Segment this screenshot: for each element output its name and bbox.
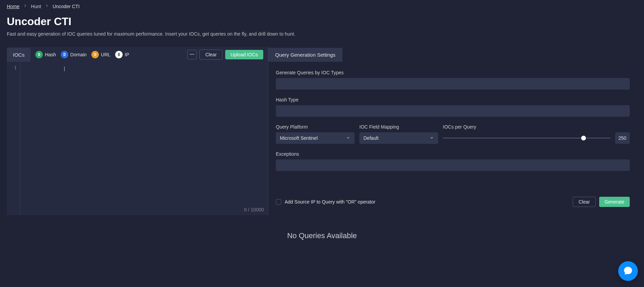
dots-horizontal-icon <box>189 52 195 58</box>
svg-point-0 <box>190 54 191 55</box>
chevron-right-icon <box>23 3 28 9</box>
source-ip-checkbox-label: Add Source IP to Query with "OR" operato… <box>285 199 375 205</box>
page-title: Uncoder CTI <box>7 15 637 28</box>
svg-point-1 <box>192 54 193 55</box>
hash-type-label: Hash Type <box>276 97 630 102</box>
exceptions-label: Exceptions <box>276 151 630 157</box>
badge-domain: 0 Domain <box>61 51 87 58</box>
iocs-per-query-label: IOCs per Query <box>443 124 630 130</box>
generate-button[interactable]: Generate <box>599 197 630 207</box>
clear-iocs-button[interactable]: Clear <box>199 50 222 60</box>
chat-icon <box>623 266 633 277</box>
ioc-types-input[interactable] <box>276 78 630 90</box>
line-number: 1 <box>7 65 17 70</box>
badge-url: 0 URL <box>91 51 110 58</box>
char-counter: 0 / 10000 <box>244 207 264 212</box>
platform-label: Query Platform <box>276 124 355 130</box>
breadcrumb-home[interactable]: Home <box>7 4 19 9</box>
badge-domain-label: Domain <box>70 52 87 57</box>
mapping-value: Default <box>363 135 378 141</box>
badge-ip-count: 0 <box>115 51 123 58</box>
breadcrumb: Home Hunt Uncoder CTI <box>0 0 644 13</box>
exceptions-input[interactable] <box>276 159 630 171</box>
ioc-editor[interactable]: 1 0 / 10000 <box>7 62 268 215</box>
mapping-label: IOC Field Mapping <box>359 124 438 130</box>
clear-settings-button[interactable]: Clear <box>573 197 595 207</box>
page-subtitle: Fast and easy generation of IOC queries … <box>7 31 637 37</box>
editor-gutter: 1 <box>7 62 20 215</box>
more-options-button[interactable] <box>187 50 197 59</box>
breadcrumb-hunt[interactable]: Hunt <box>31 4 41 9</box>
badge-hash-count: 0 <box>35 51 43 58</box>
svg-point-2 <box>193 54 194 55</box>
badge-ip-label: IP <box>125 52 129 57</box>
tab-settings[interactable]: Query Generation Settings <box>268 48 342 62</box>
badge-ip: 0 IP <box>115 51 129 58</box>
platform-select[interactable]: Microsoft Sentinel <box>276 132 355 144</box>
text-cursor-icon <box>64 66 65 71</box>
chat-widget-button[interactable] <box>618 261 638 281</box>
chevron-down-icon <box>429 135 434 141</box>
ioc-types-label: Generate Queries by IOC Types <box>276 70 630 75</box>
mapping-select[interactable]: Default <box>359 132 438 144</box>
badge-domain-count: 0 <box>61 51 68 58</box>
chevron-down-icon <box>346 135 351 141</box>
breadcrumb-current: Uncoder CTI <box>53 4 79 9</box>
editor-textarea[interactable] <box>20 62 268 215</box>
tab-iocs[interactable]: IOCs <box>7 48 31 62</box>
no-queries-message: No Queries Available <box>0 215 644 240</box>
badge-hash-label: Hash <box>45 52 56 57</box>
platform-value: Microsoft Sentinel <box>280 135 318 141</box>
source-ip-checkbox[interactable] <box>276 199 281 205</box>
slider-value: 250 <box>615 132 630 144</box>
badge-hash: 0 Hash <box>35 51 56 58</box>
iocs-panel: IOCs 0 Hash 0 Domain 0 URL 0 IP <box>7 47 268 215</box>
hash-type-input[interactable] <box>276 105 630 117</box>
settings-panel: Query Generation Settings Generate Queri… <box>268 47 637 215</box>
badge-url-label: URL <box>101 52 110 57</box>
upload-iocs-button[interactable]: Upload IOCs <box>225 50 263 59</box>
iocs-per-query-slider[interactable] <box>443 138 610 138</box>
chevron-right-icon <box>44 3 49 9</box>
slider-thumb[interactable] <box>581 136 586 140</box>
badge-url-count: 0 <box>91 51 99 58</box>
